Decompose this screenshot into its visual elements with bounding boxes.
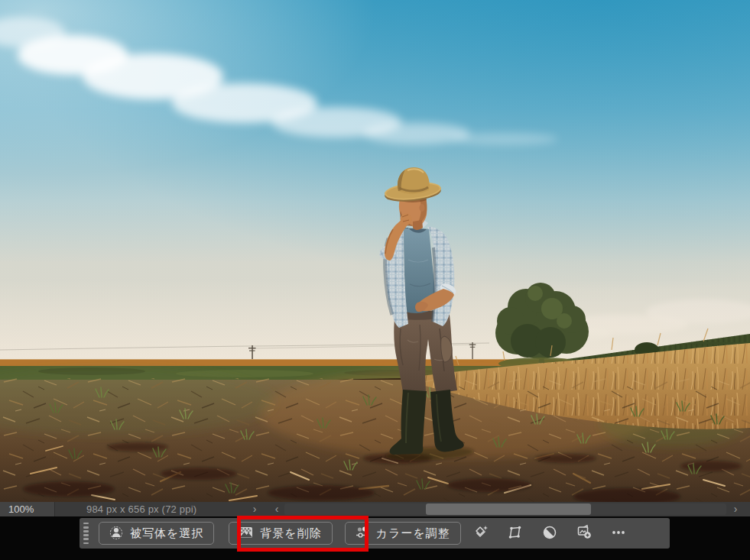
remove-background-icon bbox=[239, 526, 253, 542]
remove-background-button[interactable]: 背景を削除 bbox=[229, 522, 332, 545]
remove-background-label: 背景を削除 bbox=[260, 526, 321, 541]
more-options-icon bbox=[611, 525, 626, 542]
transform-icon bbox=[508, 525, 523, 542]
select-subject-button[interactable]: 被写体を選択 bbox=[99, 522, 214, 545]
adjust-color-button[interactable]: カラーを調整 bbox=[345, 522, 461, 545]
transform-button[interactable] bbox=[498, 518, 533, 549]
adjustment-icon bbox=[542, 525, 557, 542]
more-options-button[interactable] bbox=[602, 518, 636, 549]
horizontal-scrollbar-thumb[interactable] bbox=[426, 503, 591, 515]
scroll-left-icon[interactable]: ‹ bbox=[271, 502, 282, 516]
scroll-right-icon[interactable]: › bbox=[730, 502, 741, 516]
adjustment-button[interactable] bbox=[533, 518, 567, 549]
document-canvas[interactable] bbox=[0, 0, 750, 502]
select-subject-label: 被写体を選択 bbox=[130, 526, 203, 541]
photo-farmer-in-field bbox=[0, 0, 750, 502]
status-expand-chevron-icon[interactable]: › bbox=[249, 502, 260, 516]
select-subject-icon bbox=[109, 526, 123, 542]
adjust-color-label: カラーを調整 bbox=[376, 526, 450, 541]
add-image-button[interactable] bbox=[567, 518, 602, 549]
zoom-level-value: 100% bbox=[8, 503, 34, 515]
photoshop-window: 100% 984 px x 656 px (72 ppi) › ‹ › 被写体を… bbox=[0, 0, 750, 560]
status-bar: 100% 984 px x 656 px (72 ppi) › ‹ › bbox=[0, 502, 750, 516]
add-image-icon bbox=[576, 524, 593, 542]
adjust-color-icon bbox=[356, 526, 369, 542]
generative-icon bbox=[473, 524, 489, 542]
taskbar-drag-handle[interactable] bbox=[83, 523, 90, 545]
horizontal-scrollbar-track[interactable] bbox=[284, 503, 726, 515]
zoom-level-field[interactable]: 100% bbox=[0, 502, 55, 516]
generative-button[interactable] bbox=[464, 518, 498, 549]
taskbar-icon-strip bbox=[464, 518, 636, 549]
contextual-taskbar: 被写体を選択 背景を削除 bbox=[80, 518, 670, 549]
document-info[interactable]: 984 px x 656 px (72 ppi) bbox=[86, 502, 196, 516]
field-texture bbox=[0, 378, 750, 502]
